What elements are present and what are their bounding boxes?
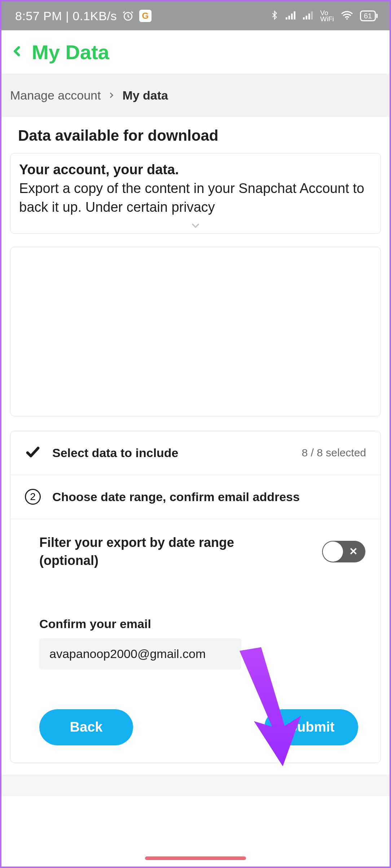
step-date-range: 2 Choose date range, confirm email addre… xyxy=(10,475,381,519)
close-icon: ✕ xyxy=(349,547,357,557)
step-select-data[interactable]: Select data to include 8 / 8 selected xyxy=(10,431,381,475)
filter-label: Filter your export by date range (option… xyxy=(39,534,270,570)
svg-rect-7 xyxy=(308,13,310,19)
intro-body: Export a copy of the content in your Sna… xyxy=(19,179,372,217)
svg-rect-1 xyxy=(286,17,287,19)
bluetooth-icon xyxy=(270,9,279,23)
date-range-toggle[interactable]: ✕ xyxy=(322,541,365,562)
status-bar: 8:57 PM | 0.1KB/s G Vo WiFi 61 xyxy=(1,1,390,30)
submit-button[interactable]: Submit xyxy=(264,709,358,745)
wizard-card: Select data to include 8 / 8 selected 2 … xyxy=(10,431,381,763)
vowifi-icon: Vo WiFi xyxy=(320,10,334,22)
battery-icon: 61 xyxy=(360,10,376,21)
svg-rect-8 xyxy=(311,11,313,19)
google-icon: G xyxy=(139,10,151,22)
check-icon xyxy=(25,444,41,461)
wifi-icon xyxy=(341,10,353,22)
title-bar: My Data xyxy=(1,30,390,74)
svg-point-9 xyxy=(346,18,348,19)
svg-rect-4 xyxy=(294,11,295,19)
intro-title: Your account, your data. xyxy=(19,162,372,177)
email-label: Confirm your email xyxy=(39,617,365,631)
status-time: 8:57 PM | 0.1KB/s xyxy=(15,9,117,23)
intro-card: Your account, your data. Export a copy o… xyxy=(10,153,381,234)
step2-title: Choose date range, confirm email address xyxy=(52,490,300,504)
svg-rect-2 xyxy=(288,16,290,19)
back-button[interactable]: Back xyxy=(39,709,133,745)
signal-icon-2 xyxy=(303,10,314,22)
gesture-bar xyxy=(145,856,246,860)
breadcrumb-manage-account[interactable]: Manage account xyxy=(10,88,101,102)
chevron-down-icon[interactable] xyxy=(188,220,203,232)
breadcrumb-my-data: My data xyxy=(122,88,168,102)
svg-rect-3 xyxy=(291,13,293,19)
footer-background xyxy=(1,775,390,796)
step2-body: Filter your export by date range (option… xyxy=(10,519,381,763)
step1-title: Select data to include xyxy=(52,446,179,460)
step1-count: 8 / 8 selected xyxy=(302,447,366,459)
chevron-right-icon xyxy=(108,90,115,100)
step-number-badge: 2 xyxy=(25,489,41,505)
back-icon[interactable] xyxy=(12,43,23,61)
section-heading: Data available for download xyxy=(18,127,381,144)
email-field[interactable]: avapanoop2000@gmail.com xyxy=(39,638,241,670)
svg-rect-5 xyxy=(303,17,305,19)
svg-rect-6 xyxy=(306,16,307,19)
placeholder-card xyxy=(10,247,381,416)
breadcrumb: Manage account My data xyxy=(1,74,390,117)
alarm-icon xyxy=(122,10,134,22)
toggle-knob xyxy=(323,542,343,562)
signal-icon xyxy=(286,10,296,22)
page-title: My Data xyxy=(32,40,109,64)
